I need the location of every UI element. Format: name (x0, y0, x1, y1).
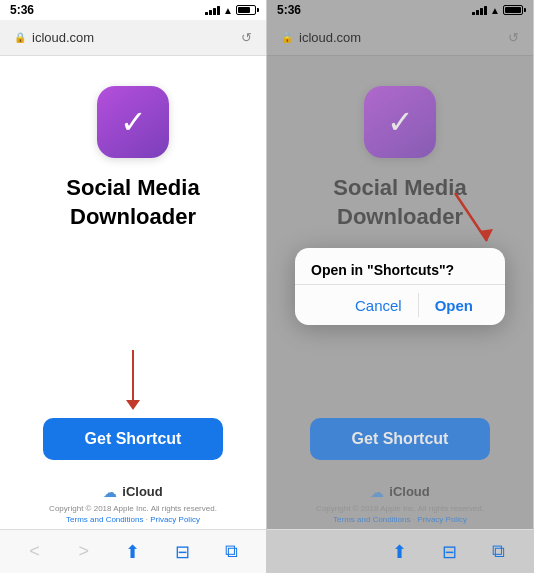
left-safari-toolbar: < > ⬆ ⊟ ⧉ (0, 529, 266, 573)
left-footer: ☁ iCloud Copyright © 2018 Apple Inc. All… (0, 476, 266, 529)
left-copyright: Copyright © 2018 Apple Inc. All rights r… (10, 503, 256, 525)
forward-button[interactable]: > (66, 541, 102, 562)
share-button[interactable]: ⬆ (115, 541, 151, 563)
lock-icon: 🔒 (14, 32, 26, 43)
app-icon-checkmark: ✓ (120, 106, 147, 138)
dialog-overlay: Open in "Shortcuts"? Cancel Open (267, 0, 533, 573)
dialog-open-button[interactable]: Open (419, 285, 489, 325)
svg-marker-1 (479, 229, 493, 241)
arrow-line (132, 350, 134, 400)
terms-link[interactable]: Terms and Conditions (66, 515, 143, 524)
tabs-button[interactable]: ⧉ (213, 541, 249, 562)
left-time: 5:36 (10, 3, 34, 17)
icloud-label: iCloud (122, 484, 162, 499)
icloud-row: ☁ iCloud (10, 484, 256, 500)
left-address-bar[interactable]: 🔒 icloud.com ↺ (0, 20, 266, 56)
get-shortcut-button[interactable]: Get Shortcut (43, 418, 223, 460)
red-arrow-to-open (445, 193, 495, 248)
right-phone-panel: 5:36 ▲ 🔒 icloud.com ↺ ✓ Social MediaDown… (267, 0, 534, 573)
signal-icon (205, 6, 220, 15)
icloud-cloud-icon: ☁ (103, 484, 117, 500)
dialog-cancel-button[interactable]: Cancel (339, 285, 418, 325)
down-arrow (126, 350, 140, 410)
refresh-icon[interactable]: ↺ (241, 30, 252, 45)
shortcuts-dialog: Open in "Shortcuts"? Cancel Open (295, 248, 505, 325)
left-page-content: ✓ Social MediaDownloader Get Shortcut (0, 56, 266, 476)
left-url: icloud.com (32, 30, 94, 45)
left-phone-panel: 5:36 ▲ 🔒 icloud.com ↺ ✓ Social MediaDown… (0, 0, 267, 573)
left-status-icons: ▲ (205, 5, 256, 16)
arrow-head (126, 400, 140, 410)
app-icon: ✓ (97, 86, 169, 158)
left-status-bar: 5:36 ▲ (0, 0, 266, 20)
left-app-title: Social MediaDownloader (66, 174, 199, 231)
battery-icon (236, 5, 256, 15)
down-arrow-container (126, 231, 140, 417)
dialog-title: Open in "Shortcuts"? (311, 262, 489, 278)
bookmarks-button[interactable]: ⊟ (164, 541, 200, 563)
back-button[interactable]: < (17, 541, 53, 562)
wifi-icon: ▲ (223, 5, 233, 16)
dialog-buttons: Cancel Open (311, 285, 489, 325)
privacy-link[interactable]: Privacy Policy (150, 515, 200, 524)
